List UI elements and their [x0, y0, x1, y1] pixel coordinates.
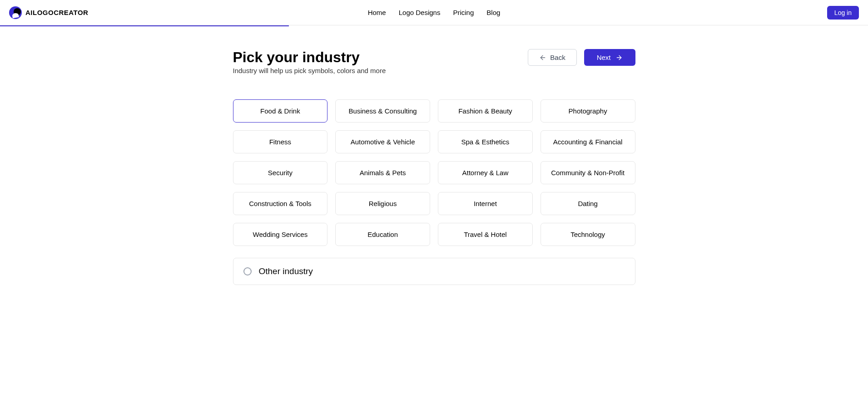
nav-logo-designs[interactable]: Logo Designs — [399, 9, 441, 16]
industry-card[interactable]: Food & Drink — [233, 99, 328, 123]
industry-card[interactable]: Wedding Services — [233, 223, 328, 246]
industry-card[interactable]: Accounting & Financial — [541, 130, 635, 153]
industry-card[interactable]: Security — [233, 161, 328, 184]
back-label: Back — [550, 54, 565, 61]
nav-links: Home Logo Designs Pricing Blog — [368, 9, 501, 16]
industry-label: Construction & Tools — [249, 200, 311, 207]
industry-label: Religious — [369, 200, 397, 207]
next-label: Next — [597, 54, 611, 61]
nav-home[interactable]: Home — [368, 9, 386, 16]
industry-label: Education — [367, 231, 398, 238]
industry-label: Photography — [569, 107, 607, 115]
logo-icon — [9, 6, 22, 19]
page-title: Pick your industry — [233, 49, 386, 66]
industry-label: Internet — [474, 200, 497, 207]
industry-label: Fitness — [269, 138, 291, 146]
industry-label: Animals & Pets — [360, 169, 406, 177]
industry-label: Attorney & Law — [462, 169, 509, 177]
page-subtitle: Industry will help us pick symbols, colo… — [233, 67, 386, 74]
industry-card[interactable]: Dating — [541, 192, 635, 215]
title-section: Pick your industry Industry will help us… — [233, 49, 386, 74]
industry-label: Dating — [578, 200, 597, 207]
industry-label: Spa & Esthetics — [461, 138, 509, 146]
industry-card[interactable]: Fashion & Beauty — [438, 99, 533, 123]
industry-grid: Food & DrinkBusiness & ConsultingFashion… — [233, 99, 635, 246]
industry-card[interactable]: Religious — [335, 192, 430, 215]
arrow-left-icon — [539, 54, 546, 61]
login-button[interactable]: Log in — [827, 6, 859, 20]
header-row: Pick your industry Industry will help us… — [233, 49, 635, 74]
other-industry-label: Other industry — [259, 266, 313, 276]
industry-label: Automotive & Vehicle — [351, 138, 415, 146]
logo-text: AILOGOCREATOR — [25, 9, 88, 16]
industry-card[interactable]: Spa & Esthetics — [438, 130, 533, 153]
radio-icon — [243, 267, 252, 275]
industry-label: Community & Non-Profit — [551, 169, 625, 177]
top-nav: AILOGOCREATOR Home Logo Designs Pricing … — [0, 0, 868, 25]
industry-card[interactable]: Photography — [541, 99, 635, 123]
industry-card[interactable]: Community & Non-Profit — [541, 161, 635, 184]
industry-card[interactable]: Attorney & Law — [438, 161, 533, 184]
other-industry-option[interactable]: Other industry — [233, 258, 635, 285]
industry-label: Fashion & Beauty — [458, 107, 512, 115]
industry-label: Food & Drink — [260, 107, 300, 115]
industry-label: Technology — [570, 231, 605, 238]
industry-card[interactable]: Fitness — [233, 130, 328, 153]
industry-card[interactable]: Travel & Hotel — [438, 223, 533, 246]
industry-card[interactable]: Technology — [541, 223, 635, 246]
industry-label: Accounting & Financial — [553, 138, 623, 146]
button-group: Back Next — [528, 49, 635, 66]
main-content: Pick your industry Industry will help us… — [233, 26, 635, 308]
progress-bar — [0, 25, 868, 26]
industry-label: Wedding Services — [253, 231, 308, 238]
arrow-right-icon — [615, 54, 623, 61]
industry-card[interactable]: Animals & Pets — [335, 161, 430, 184]
industry-card[interactable]: Internet — [438, 192, 533, 215]
industry-label: Business & Consulting — [349, 107, 417, 115]
logo-section[interactable]: AILOGOCREATOR — [9, 6, 88, 19]
industry-card[interactable]: Construction & Tools — [233, 192, 328, 215]
industry-label: Travel & Hotel — [464, 231, 506, 238]
industry-card[interactable]: Education — [335, 223, 430, 246]
nav-pricing[interactable]: Pricing — [453, 9, 474, 16]
industry-card[interactable]: Business & Consulting — [335, 99, 430, 123]
next-button[interactable]: Next — [584, 49, 635, 66]
industry-label: Security — [268, 169, 293, 177]
back-button[interactable]: Back — [528, 49, 576, 66]
nav-blog[interactable]: Blog — [486, 9, 500, 16]
progress-fill — [0, 25, 289, 26]
industry-card[interactable]: Automotive & Vehicle — [335, 130, 430, 153]
